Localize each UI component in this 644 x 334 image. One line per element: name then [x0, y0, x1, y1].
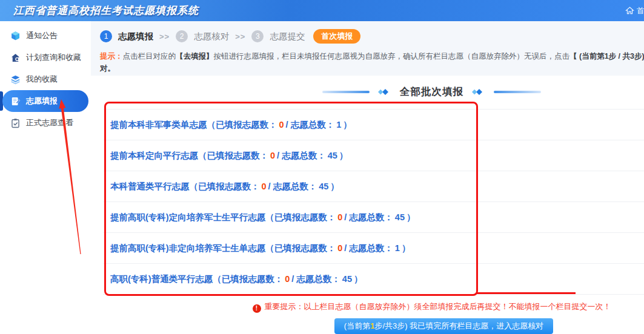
batch-label: （已填报志愿数： [190, 181, 260, 192]
button-text: 步/共3步) 我已填完所有栏目志愿，进入志愿核对 [374, 321, 543, 330]
batch-name: 提前高职(专科)定向培养军士生平行志愿 [110, 212, 265, 223]
home-link[interactable]: 首页 [625, 0, 644, 21]
batch-filled-count: 0 [336, 243, 344, 253]
sidebar-item-volunteer-fill[interactable]: 志愿填报 [2, 90, 88, 112]
sidebar: 通知公告 计划查询和收藏 我的收藏 志愿填报 [0, 21, 91, 334]
step-3-circle: 3 [251, 30, 264, 42]
batch-total-count: 45 [393, 212, 407, 222]
batch-label: ） [407, 212, 416, 223]
step-1-circle: 1 [100, 30, 112, 42]
batch-label: （已填报志愿数： [198, 150, 268, 162]
app-header: 江西省普通高校招生考试志愿填报系统 首页 [0, 0, 644, 21]
batch-label: / 志愿总数： [277, 150, 326, 162]
layers-icon [10, 74, 21, 85]
batch-name: 提前本科非军事类单志愿 [110, 119, 207, 131]
alert-icon: ! [253, 304, 261, 313]
batch-label: （已填报志愿数： [207, 119, 277, 131]
app-window: 江西省普通高校招生考试志愿填报系统 首页 通知公告 计划查询和收藏 [0, 0, 644, 334]
batch-total-count: 45 [340, 274, 354, 284]
tip-text: 提示：点击栏目对应的【去填报】按钮进行志愿填报，栏目未填报任何志愿视为自愿放弃，… [100, 50, 644, 74]
batch-label: / 志愿总数： [291, 273, 340, 285]
batch-name: 提前高职(专科)非定向培养军士生单志愿 [110, 243, 265, 254]
step-separator: >> [159, 32, 170, 41]
batch-label: （已填报志愿数： [265, 212, 336, 223]
ornament-line-left [322, 91, 370, 93]
tip-segment: 点击栏目对应的 [123, 52, 176, 61]
sidebar-item-plan-query[interactable]: 计划查询和收藏 [2, 47, 88, 68]
button-text: (当前第 [344, 321, 370, 330]
batch-label: ） [339, 150, 348, 162]
batch-label: （已填报志愿数： [265, 243, 336, 254]
double-diamond-icon [471, 88, 486, 96]
important-warning: !重要提示：以上栏目志愿（自愿放弃除外）须全部填报完成后再提交！不能填报一个栏目… [91, 301, 644, 313]
batch-total-count: 1 [393, 243, 402, 253]
edit-doc-icon [10, 96, 21, 106]
batch-label: ） [354, 273, 363, 285]
tip-segment: 按钮进行志愿填报，栏目未填报任何志愿视为自愿放弃，确认所有栏目志愿（自愿放弃除外… [214, 52, 570, 61]
step-1-label: 志愿填报 [118, 31, 153, 42]
batch-label: / 志愿总数： [268, 181, 317, 192]
main-content: 1 志愿填报 >> 2 志愿核对 >> 3 志愿提交 首次填报 提示：点击栏目对… [91, 21, 644, 334]
home-icon [625, 6, 634, 15]
batch-label: / 志愿总数： [286, 119, 335, 131]
sidebar-item-my-favorites[interactable]: 我的收藏 [2, 68, 88, 90]
sidebar-item-label: 志愿填报 [26, 96, 58, 106]
ornament-line-right [494, 91, 541, 93]
batch-name: 高职(专科)普通类平行志愿 [110, 273, 213, 285]
app-title: 江西省普通高校招生考试志愿填报系统 [13, 0, 199, 21]
batch-label: / 志愿总数： [344, 243, 393, 254]
double-diamond-icon [377, 88, 393, 96]
batch-row-advance-vocational-nondirected-military[interactable]: 提前高职(专科)非定向培养军士生单志愿（已填报志愿数：0 / 志愿总数：1） [103, 233, 644, 264]
sidebar-item-notices[interactable]: 通知公告 [2, 25, 88, 47]
batch-row-advance-vocational-directed-military[interactable]: 提前高职(专科)定向培养军士生平行志愿（已填报志愿数：0 / 志愿总数：45） [103, 202, 644, 233]
batch-label: ） [402, 243, 411, 254]
tip-label: 提示： [100, 52, 123, 61]
cube-icon [10, 31, 21, 41]
tip-line2: 对。 [100, 64, 115, 73]
batch-list: 提前本科非军事类单志愿（已填报志愿数：0 / 志愿总数：1） 提前本科定向平行志… [103, 109, 644, 295]
step-2-label: 志愿核对 [194, 31, 229, 42]
batch-total-count: 45 [317, 182, 330, 191]
batch-label: ） [330, 181, 339, 192]
batch-row-undergrad-general[interactable]: 本科普通类平行志愿（已填报志愿数：0 / 志愿总数：45） [103, 171, 644, 202]
step-2-circle: 2 [176, 30, 188, 42]
clipboard-check-icon [10, 118, 21, 128]
section-header: 全部批次填报 [91, 84, 644, 100]
batch-filled-count: 0 [268, 151, 277, 160]
batch-label: （已填报志愿数： [213, 273, 283, 285]
batch-filled-count: 0 [336, 212, 344, 222]
step-3-label: 志愿提交 [270, 31, 305, 42]
batch-filled-count: 0 [283, 274, 291, 284]
step-separator: >> [235, 32, 245, 41]
tip-segment-bold: 【 (当前第1步 / 共3步) 我已填完所有栏目志愿，进 [569, 52, 644, 61]
batch-label: ） [343, 119, 352, 131]
batch-total-count: 45 [326, 151, 339, 160]
first-fill-badge: 首次填报 [313, 29, 360, 44]
home-search-icon [10, 53, 21, 63]
batch-filled-count: 0 [260, 182, 268, 191]
batch-total-count: 1 [334, 120, 343, 129]
warning-text: 重要提示：以上栏目志愿（自愿放弃除外）须全部填报完成后再提交！不能填报一个栏目提… [265, 302, 611, 311]
sidebar-item-label: 我的收藏 [26, 74, 58, 85]
batch-filled-count: 0 [277, 120, 286, 129]
batch-label: / 志愿总数： [344, 212, 393, 223]
home-label: 首页 [637, 5, 644, 16]
batch-row-advance-undergrad-directed[interactable]: 提前本科定向平行志愿（已填报志愿数：0 / 志愿总数：45） [103, 140, 644, 171]
sidebar-item-label: 计划查询和收藏 [26, 52, 81, 63]
sidebar-item-label: 正式志愿查看 [26, 117, 73, 128]
batch-row-advance-undergrad-nonmilitary[interactable]: 提前本科非军事类单志愿（已填报志愿数：0 / 志愿总数：1） [103, 110, 644, 140]
step-indicator: 1 志愿填报 >> 2 志愿核对 >> 3 志愿提交 首次填报 [100, 29, 360, 44]
tip-segment-bold: 【去填报】 [176, 52, 214, 61]
batch-name: 本科普通类平行志愿 [110, 181, 190, 192]
sidebar-item-label: 通知公告 [26, 30, 58, 41]
batch-name: 提前本科定向平行志愿 [110, 150, 198, 162]
finish-fill-next-step-button[interactable]: (当前第1步/共3步) 我已填完所有栏目志愿，进入志愿核对 [334, 318, 553, 334]
batch-row-vocational-general[interactable]: 高职(专科)普通类平行志愿（已填报志愿数：0 / 志愿总数：45） [103, 264, 644, 295]
sidebar-item-formal-view[interactable]: 正式志愿查看 [2, 112, 88, 134]
section-title: 全部批次填报 [400, 85, 463, 99]
